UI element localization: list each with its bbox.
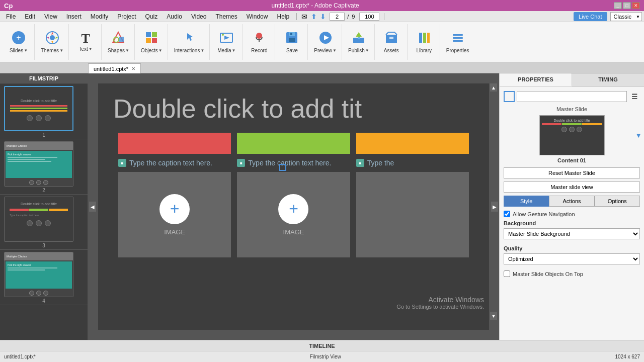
record-btn[interactable]: Record [247, 30, 272, 54]
menu-quiz[interactable]: Quiz [141, 12, 162, 21]
properties-btn[interactable]: Properties [444, 30, 471, 54]
menu-modify[interactable]: Modify [87, 12, 112, 21]
publish-btn[interactable]: Publish ▼ [346, 30, 371, 54]
status-filename: untitled1.cptx* [4, 354, 36, 359]
card-3-image-placeholder[interactable] [356, 172, 469, 257]
scroll-down-btn[interactable]: ▼ [490, 312, 497, 320]
menu-window[interactable]: Window [243, 12, 272, 21]
gesture-nav-checkbox[interactable] [504, 211, 510, 217]
shapes-label: Shapes [108, 48, 125, 53]
filmstrip-slide-1[interactable]: Double click to add title 1 [0, 84, 88, 139]
menu-video[interactable]: Video [187, 12, 210, 21]
props-menu-icon[interactable]: ☰ [629, 91, 640, 102]
reset-master-btn[interactable]: Reset Master Slide [504, 167, 640, 178]
props-tab-timing[interactable]: TIMING [572, 73, 644, 86]
classic-dropdown[interactable]: Classic ▼ [610, 12, 642, 21]
interactions-btn[interactable]: Interactions ▼ [172, 30, 207, 54]
interactions-icon [182, 31, 196, 47]
background-dropdown[interactable]: Master Slide Background [504, 228, 640, 239]
up-icon[interactable]: ⬆ [311, 13, 317, 21]
window-title: untitled1.cptx* - Adobe Captivate [272, 2, 359, 9]
slides-icon: + [12, 31, 26, 47]
filmstrip-header: FILMSTRIP [0, 73, 88, 84]
menu-edit[interactable]: Edit [21, 12, 39, 21]
menu-themes[interactable]: Themes [211, 12, 241, 21]
style-tab-options[interactable]: Options [595, 196, 640, 207]
content-card-2: ■ Type the caption text here. + IMAGE [237, 133, 350, 257]
svg-rect-27 [389, 37, 393, 39]
scroll-up-btn[interactable]: ▲ [490, 83, 497, 92]
quality-dropdown[interactable]: Optimized [504, 253, 640, 264]
style-tab-actions[interactable]: Actions [549, 196, 594, 207]
down-icon[interactable]: ⬇ [320, 13, 326, 21]
maximize-btn[interactable]: □ [623, 2, 631, 9]
menu-view[interactable]: View [40, 12, 61, 21]
toolbar-group-themes: Themes ▼ [36, 24, 69, 60]
text-btn[interactable]: T Text ▼ [73, 31, 98, 53]
master-view-btn[interactable]: Master slide view [504, 182, 640, 193]
card-1-caption[interactable]: ■ Type the caption text here. [118, 159, 231, 167]
menu-audio[interactable]: Audio [163, 12, 186, 21]
menu-project[interactable]: Project [113, 12, 140, 21]
page-number-input[interactable] [330, 13, 345, 21]
toolbar-group-slides: + Slides ▼ [3, 24, 35, 60]
scroll-right-btn[interactable]: ▶ [491, 202, 498, 212]
card-1-add-btn[interactable]: + [159, 194, 190, 224]
save-btn[interactable]: Save [279, 30, 304, 54]
card-3-color-bar [356, 133, 469, 154]
menu-insert[interactable]: Insert [62, 12, 86, 21]
publish-label: Publish [348, 48, 365, 53]
preview-btn[interactable]: Preview ▼ [312, 30, 339, 54]
filmstrip-slide-3[interactable]: Double click to add title Type the capti… [0, 195, 88, 250]
library-btn[interactable]: Library [412, 30, 437, 54]
toolbar-group-assets: Assets [376, 24, 408, 60]
assets-btn[interactable]: Assets [379, 30, 404, 54]
shapes-btn[interactable]: Shapes ▼ [106, 30, 131, 54]
filmstrip-slide-4[interactable]: Multiple Choice Pick the right answer 4 [0, 250, 88, 305]
background-label: Background [504, 220, 640, 226]
card-2-plus-icon: + [289, 200, 298, 218]
toolbar-group-shapes: Shapes ▼ [103, 24, 135, 60]
slide-name-input[interactable] [517, 91, 627, 102]
media-btn[interactable]: Media ▼ [214, 30, 239, 54]
master-slide-dropdown-arrow[interactable]: ▼ [635, 131, 642, 139]
live-chat-btn[interactable]: Live Chat [574, 12, 607, 21]
card-1-image-placeholder[interactable]: + IMAGE [118, 172, 231, 257]
background-section: Background Master Slide Background [504, 220, 640, 242]
master-objects-checkbox[interactable] [504, 270, 510, 277]
master-slide-label: Master Slide [504, 106, 640, 112]
toolbar-group-publish: Publish ▼ [343, 24, 375, 60]
svg-point-13 [222, 34, 224, 36]
minimize-btn[interactable]: _ [614, 2, 622, 9]
zoom-input[interactable] [359, 13, 379, 21]
slide-title[interactable]: Double click to add tit [98, 83, 489, 124]
caption-1-icon: ■ [118, 159, 126, 167]
svg-point-14 [256, 33, 262, 39]
svg-rect-8 [152, 32, 157, 37]
toolbar-group-record: Record [244, 24, 275, 60]
props-content: ☰ Master Slide Double click to add title [500, 87, 644, 340]
interactions-label: Interactions [174, 48, 200, 53]
objects-btn[interactable]: Objects ▼ [139, 30, 165, 54]
card-2-caption[interactable]: ■ Type the caption text here. [237, 159, 350, 167]
props-header-row: ☰ [504, 91, 640, 102]
menu-help[interactable]: Help [273, 12, 293, 21]
slide-color-picker[interactable] [504, 91, 515, 102]
menu-file[interactable]: File [2, 12, 20, 21]
scroll-left-btn[interactable]: ◀ [89, 202, 96, 212]
slides-btn[interactable]: + Slides ▼ [6, 30, 31, 54]
doc-tab-close[interactable]: ✕ [131, 66, 135, 71]
themes-btn[interactable]: Themes ▼ [39, 30, 65, 54]
filmstrip-slide-2[interactable]: Multiple Choice Pick the right answer [0, 139, 88, 195]
doc-tab-untitled[interactable]: untitled1.cptx* ✕ [88, 63, 141, 73]
email-icon[interactable]: ✉ [301, 13, 307, 21]
app-icon: Cp [4, 2, 13, 10]
card-2-add-btn[interactable]: + [278, 194, 308, 224]
props-tab-properties[interactable]: PROPERTIES [500, 73, 572, 86]
toolbar-group-preview: Preview ▼ [309, 24, 342, 60]
style-tab-style[interactable]: Style [504, 196, 549, 207]
card-3-caption[interactable]: ■ Type the [356, 159, 469, 167]
card-1-plus-icon: + [170, 200, 180, 218]
close-btn[interactable]: ✕ [632, 2, 640, 9]
card-2-image-placeholder[interactable]: + IMAGE [237, 172, 350, 257]
